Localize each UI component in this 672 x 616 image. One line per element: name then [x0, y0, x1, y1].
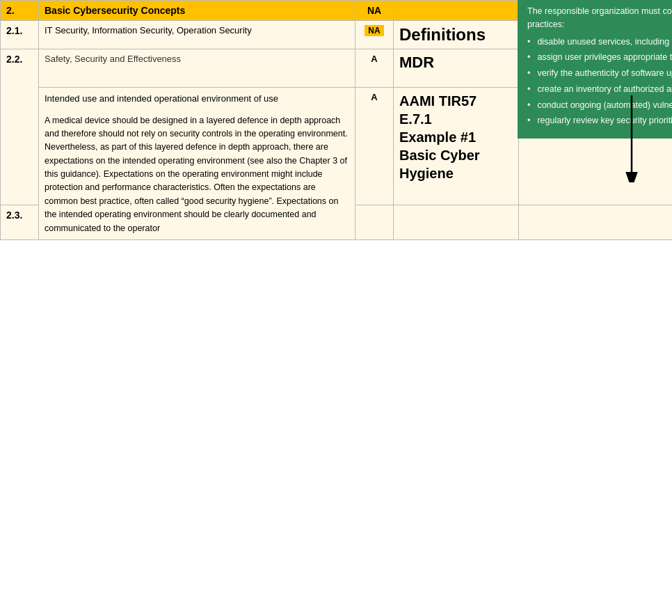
intended-use-text: Intended use and intended operational en… — [45, 92, 349, 106]
popup-item-3: verify the authenticity of software upda… — [527, 67, 672, 80]
section-2-2a-na: A — [355, 49, 394, 88]
popup-item-2: assign user privileges appropriate to th… — [527, 51, 672, 64]
aami-text: AAMI TIR57 E.7.1 Example #1 Basic Cyber … — [399, 92, 513, 182]
na-a-badge-1: A — [371, 54, 377, 64]
popup-item-4: create an inventory of authorized and un… — [527, 83, 672, 96]
main-table-wrapper: 2. Basic Cybersecurity Concepts NA 2.1. … — [0, 0, 672, 240]
section-2-na: NA — [355, 1, 394, 21]
section-2-1-num: 2.1. — [1, 21, 39, 49]
popup-list: disable unused services, including inter… — [527, 35, 672, 128]
section-2-num: 2. — [1, 1, 39, 21]
security-hygiene-popup: The responsible organization must comply… — [518, 0, 672, 139]
popup-item-5: conduct ongoing (automated) vulnerabilit… — [527, 99, 672, 112]
section-2-2b-row: Intended use and intended operational en… — [1, 88, 673, 205]
section-2-title: Basic Cybersecurity Concepts — [39, 1, 355, 21]
popup-item-6: regularly review key security priorities… — [527, 114, 672, 127]
na-badge: NA — [365, 25, 383, 36]
section-2-3-num: 2.3. — [1, 205, 39, 239]
definitions-text: Definitions — [399, 25, 486, 44]
section-2-2-num: 2.2. — [1, 49, 39, 205]
section-2-2b-na: A — [355, 88, 394, 205]
section-2-def — [394, 1, 519, 21]
popup-item-1: disable unused services, including inter… — [527, 35, 672, 49]
na-a-badge-2: A — [371, 92, 377, 102]
arrow-container: User Manual - Cap 2.1 Cyber Hygiene — [525, 92, 666, 132]
cybersecurity-table: 2. Basic Cybersecurity Concepts NA 2.1. … — [0, 0, 672, 240]
section-2-2b-ref: User Manual - Cap 2.1 Cyber Hygiene — [519, 88, 673, 205]
section-2-1-def: Definitions — [394, 21, 519, 49]
layered-defence-text: A medical device should be designed in a… — [45, 114, 349, 235]
section-2-3-na — [355, 205, 394, 239]
section-2-2b-def: AAMI TIR57 E.7.1 Example #1 Basic Cyber … — [394, 88, 519, 205]
section-2-3-ref — [519, 205, 673, 239]
section-2-1-desc: IT Security, Information Security, Opera… — [39, 21, 355, 49]
section-2-1-na: NA — [355, 21, 394, 49]
section-2-3-def — [394, 205, 519, 239]
section-2-2a-def: MDR — [394, 49, 519, 88]
section-2-2-desc-label: Safety, Security and Effectiveness — [39, 49, 355, 88]
section-2-2b-desc: Intended use and intended operational en… — [39, 88, 355, 240]
popup-intro: The responsible organization must comply… — [527, 5, 672, 31]
